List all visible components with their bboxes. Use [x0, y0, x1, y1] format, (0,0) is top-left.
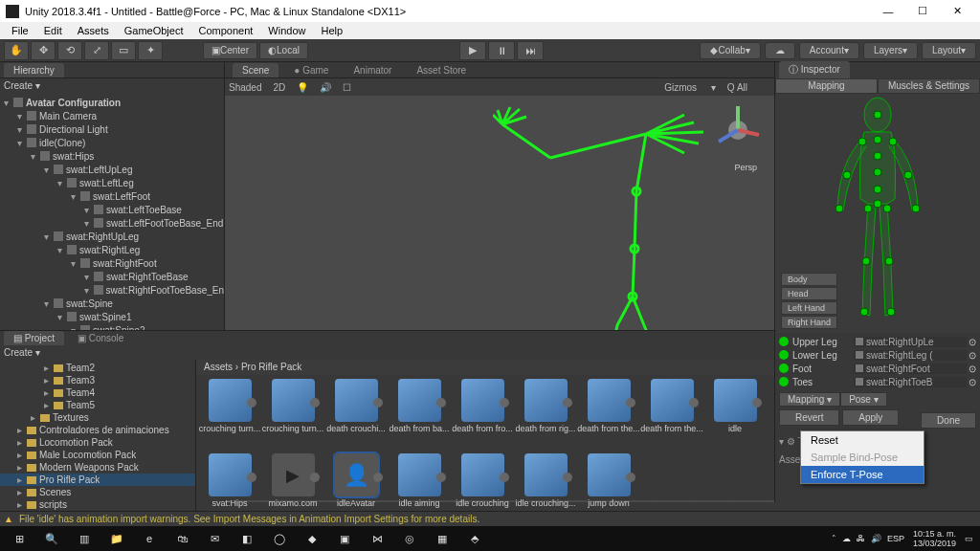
project-folder[interactable]: ▸Team2	[0, 362, 195, 374]
menu-assets[interactable]: Assets	[70, 25, 117, 36]
maximize-button[interactable]: ☐	[905, 1, 940, 22]
taskbar-edge[interactable]: e	[134, 529, 165, 548]
taskbar-explorer[interactable]: 📁	[101, 529, 132, 548]
done-button[interactable]: Done	[921, 412, 976, 429]
project-folder[interactable]: ▸Scenes	[0, 486, 195, 498]
taskbar-unity[interactable]: ⬘	[459, 529, 490, 548]
hierarchy-item[interactable]: ▾Main Camera	[0, 109, 224, 122]
tab-asset-store[interactable]: Asset Store	[407, 63, 476, 77]
apply-button[interactable]: Apply	[842, 409, 899, 426]
gizmos-dropdown[interactable]: Gizmos ▾	[664, 82, 716, 93]
hand-tool-icon[interactable]: ✋	[4, 41, 29, 60]
rotate-tool-icon[interactable]: ⟲	[57, 41, 82, 60]
humanoid-figure[interactable]: Body Head Left Hand Right Hand	[775, 94, 980, 333]
taskbar-chrome[interactable]: ◯	[264, 529, 295, 548]
taskbar-store[interactable]: 🛍	[167, 529, 197, 548]
pause-button[interactable]: ⏸	[488, 41, 515, 60]
hierarchy-item[interactable]: ▾swat:RightToeBase	[0, 270, 224, 283]
tray-network-icon[interactable]: 🖧	[857, 534, 865, 543]
persp-label[interactable]: Persp	[734, 163, 757, 172]
taskbar-app2[interactable]: ◆	[297, 529, 327, 548]
orientation-gizmo-icon[interactable]	[709, 101, 767, 159]
hierarchy-item[interactable]: ▾Directional Light	[0, 122, 224, 136]
transform-tool-icon[interactable]: ✦	[138, 41, 163, 60]
tray-clock[interactable]: 10:15 a. m.13/03/2019	[913, 529, 956, 548]
taskbar-mail[interactable]: ✉	[199, 529, 230, 548]
hierarchy-item[interactable]: ▾swat:LeftLeg	[0, 176, 224, 189]
subtab-mapping[interactable]: Mapping	[775, 78, 878, 94]
minimize-button[interactable]: —	[871, 1, 905, 22]
asset-item[interactable]: death from fro...	[451, 379, 514, 453]
taskbar-app3[interactable]: ▣	[329, 529, 360, 548]
menu-window[interactable]: Window	[260, 25, 313, 36]
bone-row[interactable]: Toesswat:RightToeB⊙	[779, 375, 976, 388]
fx-icon[interactable]: ☐	[343, 82, 351, 93]
project-folder[interactable]: ▸Pro Rifle Pack	[0, 474, 195, 486]
hierarchy-item[interactable]: ▾swat:LeftToeBase	[0, 203, 224, 216]
tray-volume-icon[interactable]: 🔊	[871, 534, 881, 543]
hierarchy-create[interactable]: Create ▾	[0, 78, 224, 94]
layout-dropdown[interactable]: Layout ▾	[922, 42, 976, 59]
pose-dropdown[interactable]: Pose ▾	[840, 392, 887, 407]
hierarchy-item[interactable]: ▾Avatar Configuration	[0, 96, 224, 109]
project-folder[interactable]: ▸Locomotion Pack	[0, 436, 195, 449]
play-button[interactable]: ▶	[459, 41, 486, 60]
lighting-icon[interactable]: 💡	[297, 82, 308, 93]
pivot-center-toggle[interactable]: ▣ Center	[203, 42, 257, 59]
task-view-icon[interactable]: ▥	[69, 529, 100, 548]
hierarchy-item[interactable]: ▾swat:LeftUpLeg	[0, 163, 224, 176]
menu-edit[interactable]: Edit	[36, 25, 70, 36]
part-head[interactable]: Head	[781, 287, 837, 300]
revert-button[interactable]: Revert	[779, 409, 839, 426]
2d-toggle[interactable]: 2D	[273, 82, 285, 93]
collab-dropdown[interactable]: ◆ Collab ▾	[700, 42, 760, 59]
hierarchy-item[interactable]: ▾swat:LeftFootToeBase_End	[0, 216, 224, 230]
layers-dropdown[interactable]: Layers ▾	[863, 42, 918, 59]
asset-item[interactable]: death from rig...	[514, 379, 577, 453]
pivot-local-toggle[interactable]: ◐ Local	[259, 42, 308, 59]
asset-item[interactable]: crouching turn...	[198, 379, 261, 453]
menu-help[interactable]: Help	[313, 25, 350, 36]
hierarchy-item[interactable]: ▾swat:LeftFoot	[0, 189, 224, 203]
part-right-hand[interactable]: Right Hand	[781, 316, 837, 329]
mapping-dropdown[interactable]: Mapping ▾	[779, 392, 840, 407]
breadcrumb[interactable]: Assets › Pro Rifle Pack	[196, 360, 774, 375]
part-left-hand[interactable]: Left Hand	[781, 301, 837, 315]
taskbar-app1[interactable]: ◧	[232, 529, 262, 548]
menu-file[interactable]: File	[4, 25, 36, 36]
tab-console[interactable]: ▣ Console	[68, 331, 133, 345]
hierarchy-item[interactable]: ▾swat:RightFoot	[0, 256, 224, 270]
hierarchy-item[interactable]: ▾swat:Spine1	[0, 310, 224, 323]
project-folder[interactable]: ▸Team5	[0, 399, 195, 411]
account-dropdown[interactable]: Account ▾	[799, 42, 859, 59]
hierarchy-item[interactable]: ▾swat:Hips	[0, 149, 224, 163]
step-button[interactable]: ⏭	[517, 41, 544, 60]
tab-game[interactable]: ● Game	[284, 63, 338, 77]
close-button[interactable]: ✕	[940, 1, 974, 22]
project-folder[interactable]: ▸Modern Weapons Pack	[0, 461, 195, 474]
scale-tool-icon[interactable]: ⤢	[84, 41, 109, 60]
subtab-muscles[interactable]: Muscles & Settings	[878, 78, 980, 94]
hierarchy-item[interactable]: ▾swat:RightLeg	[0, 243, 224, 256]
search-all[interactable]: Q All	[727, 82, 759, 93]
popup-reset[interactable]: Reset	[801, 431, 924, 449]
tab-animator[interactable]: Animator	[344, 63, 401, 77]
menu-component[interactable]: Component	[190, 25, 260, 36]
rect-tool-icon[interactable]: ▭	[111, 41, 136, 60]
bone-row[interactable]: Lower Legswat:RightLeg (⊙	[779, 348, 976, 362]
tray-lang[interactable]: ESP	[887, 534, 904, 543]
cloud-button[interactable]: ☁	[765, 42, 795, 59]
search-icon[interactable]: 🔍	[36, 529, 67, 548]
project-folder[interactable]: ▸Team4	[0, 386, 195, 399]
tray-chevron-icon[interactable]: ˄	[832, 534, 836, 543]
hierarchy-item[interactable]: ▾swat:RightFootToeBase_En	[0, 283, 224, 297]
asset-item[interactable]: death from the...	[640, 379, 703, 453]
taskbar-vs[interactable]: ⋈	[362, 529, 392, 548]
asset-item[interactable]: crouching turn...	[261, 379, 324, 453]
popup-enforce-tpose[interactable]: Enforce T-Pose	[801, 466, 924, 483]
bone-row[interactable]: Footswat:RightFoot⊙	[779, 362, 976, 375]
project-folder[interactable]: ▸Controladores de animaciones	[0, 424, 195, 436]
project-folder[interactable]: ▸Textures	[0, 411, 195, 424]
audio-icon[interactable]: 🔊	[320, 82, 331, 93]
tab-inspector[interactable]: ⓘ Inspector	[779, 61, 850, 78]
